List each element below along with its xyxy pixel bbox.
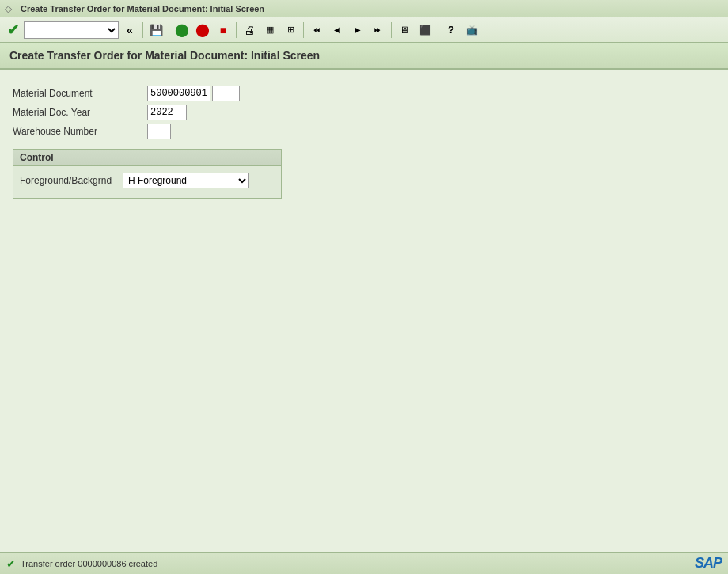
stop-icon: ■ (220, 24, 226, 36)
title-bar-text: Create Transfer Order for Material Docum… (21, 4, 264, 13)
nav2-icon: ◀ (334, 25, 340, 34)
find-icon: ⬤ (175, 22, 189, 37)
status-check-icon: ✔ (6, 557, 16, 570)
warehouse-number-input[interactable] (147, 124, 171, 139)
back-icon: « (127, 24, 133, 36)
monitor-button[interactable]: 📺 (462, 21, 481, 40)
window2-button[interactable]: ⬛ (415, 21, 434, 40)
foreground-row: Foreground/Backgrnd H Foreground Backgro… (20, 173, 275, 188)
execute-icon: ✔ (7, 21, 19, 39)
window1-button[interactable]: 🖥 (395, 21, 414, 40)
material-document-label: Material Document (13, 88, 147, 99)
print3-icon: ⊞ (287, 25, 294, 35)
foreground-label: Foreground/Backgrnd (20, 175, 123, 186)
title-bar-icon: ◇ (5, 3, 16, 14)
execute-button[interactable]: ✔ (3, 21, 22, 40)
control-section: Control Foreground/Backgrnd H Foreground… (13, 149, 282, 199)
nav3-button[interactable]: ▶ (348, 21, 367, 40)
nav4-icon: ⏭ (374, 25, 382, 34)
help-button[interactable]: ? (442, 21, 461, 40)
page-title: Create Transfer Order for Material Docum… (9, 49, 320, 62)
command-dropdown[interactable] (24, 21, 119, 39)
status-left: ✔ Transfer order 0000000086 created (6, 557, 157, 570)
title-bar: ◇ Create Transfer Order for Material Doc… (0, 0, 728, 17)
print2-icon: ▦ (266, 25, 274, 35)
save-icon: 💾 (150, 24, 163, 36)
separator-1 (142, 22, 143, 38)
print2-button[interactable]: ▦ (260, 21, 279, 40)
control-header: Control (13, 150, 281, 166)
sap-logo: SAP (695, 555, 722, 572)
material-doc-year-input[interactable] (147, 105, 187, 120)
separator-3 (236, 22, 237, 38)
material-doc-year-label: Material Doc. Year (13, 107, 147, 118)
back-button[interactable]: « (120, 21, 139, 40)
control-body: Foreground/Backgrnd H Foreground Backgro… (13, 166, 281, 198)
print-icon: 🖨 (244, 24, 255, 36)
warehouse-number-label: Warehouse Number (13, 126, 147, 137)
find-button[interactable]: ⬤ (173, 21, 191, 40)
form-area: Material Document Material Doc. Year War… (0, 70, 728, 552)
nav1-icon: ⏮ (313, 25, 320, 34)
window1-icon: 🖥 (400, 25, 409, 36)
material-doc-year-row: Material Doc. Year (13, 105, 715, 120)
help-icon: ? (448, 24, 454, 36)
toolbar: ✔ « 💾 ⬤ ⬤ ■ 🖨 ▦ ⊞ ⏮ ◀ ▶ ⏭ 🖥 ⬛ (0, 17, 728, 43)
material-doc-item-input[interactable] (212, 86, 240, 101)
main-content: Create Transfer Order for Material Docum… (0, 43, 728, 552)
window2-icon: ⬛ (419, 25, 431, 36)
find-red-button[interactable]: ⬤ (193, 21, 212, 40)
print-button[interactable]: 🖨 (240, 21, 259, 40)
foreground-select[interactable]: H Foreground Background (123, 173, 249, 188)
material-document-input[interactable] (147, 86, 210, 101)
material-document-row: Material Document (13, 86, 715, 101)
nav3-icon: ▶ (355, 25, 361, 34)
status-message: Transfer order 0000000086 created (21, 559, 157, 568)
warehouse-number-row: Warehouse Number (13, 124, 715, 139)
status-bar: ✔ Transfer order 0000000086 created SAP (0, 552, 728, 574)
nav1-button[interactable]: ⏮ (307, 21, 326, 40)
separator-4 (303, 22, 304, 38)
separator-5 (391, 22, 392, 38)
nav2-button[interactable]: ◀ (328, 21, 347, 40)
print3-button[interactable]: ⊞ (281, 21, 300, 40)
monitor-icon: 📺 (466, 25, 478, 36)
nav4-button[interactable]: ⏭ (369, 21, 388, 40)
stop-button[interactable]: ■ (214, 21, 233, 40)
separator-6 (438, 22, 438, 38)
save-button[interactable]: 💾 (146, 21, 165, 40)
find-red-icon: ⬤ (195, 22, 210, 37)
separator-2 (169, 22, 169, 38)
page-header: Create Transfer Order for Material Docum… (0, 43, 728, 70)
